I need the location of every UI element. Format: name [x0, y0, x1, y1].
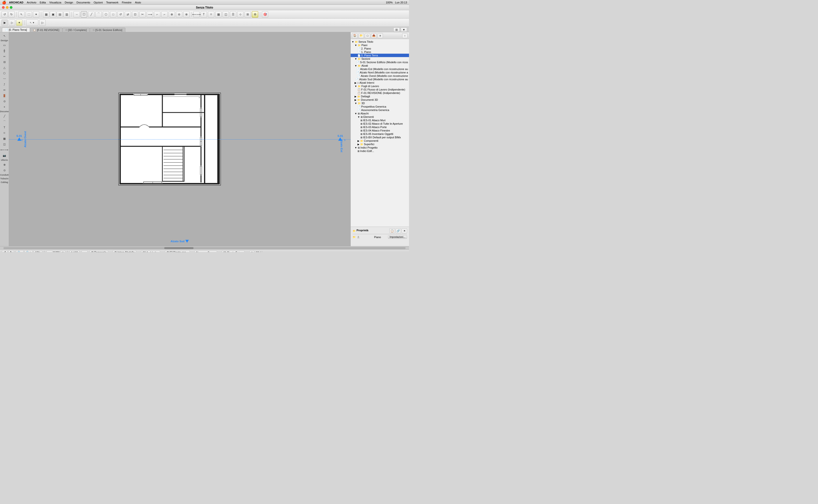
rp-folder-btn[interactable]: 📁 — [358, 33, 364, 38]
tb2-btn3[interactable]: ✦ — [16, 20, 22, 26]
intersect-btn[interactable]: ⊗ — [183, 11, 190, 18]
tree-item-componenti[interactable]: ▶ 📁 Componenti — [351, 139, 409, 142]
tree-item-indici-edif[interactable]: ⊞ Indici Edif... — [351, 149, 409, 153]
menu-archicad[interactable]: ARCHICAD — [9, 1, 23, 4]
lt-beam-tool[interactable]: ═ — [1, 54, 8, 59]
rp-rect-btn[interactable]: □ — [365, 33, 370, 38]
3d-btn[interactable]: 🎯 — [262, 11, 268, 18]
tree-item-piano2[interactable]: 📄 2. Piano — [351, 47, 409, 50]
menu-design[interactable]: Design — [65, 1, 73, 4]
tree-item-prosp-gen[interactable]: 📄 Prospettiva Generica — [351, 105, 409, 108]
tree-item-piano0[interactable]: 📄 0. Piano Terra — [351, 54, 409, 57]
trim-btn[interactable]: ✂ — [139, 11, 146, 18]
lt-arc-tool[interactable]: ⌒ — [1, 119, 8, 124]
scroll-track-horizontal[interactable] — [3, 247, 405, 249]
filter-btn[interactable]: ⚙ — [252, 11, 258, 18]
lt-object-tool[interactable]: ⌖ — [1, 104, 8, 110]
rotate-btn[interactable]: ↺ — [117, 11, 124, 18]
menu-aiuto[interactable]: Aiuto — [135, 1, 141, 4]
subtract-btn[interactable]: ⊖ — [176, 11, 182, 18]
tree-item-alzati[interactable]: ▼ 📁 Alzati — [351, 64, 409, 67]
props-link-btn[interactable]: 🔗 — [395, 228, 401, 233]
fill-btn[interactable]: ☐ — [81, 11, 87, 18]
offset-btn[interactable]: ⊡ — [132, 11, 138, 18]
menu-documento[interactable]: Documento — [76, 1, 90, 4]
horizontal-scrollbar[interactable] — [0, 246, 409, 250]
tab-revisione[interactable]: 📋 [F-01 REVISIONE] — [30, 28, 62, 32]
lt-stair-tool[interactable]: ⤴ — [1, 82, 8, 87]
tree-item-piano1[interactable]: 📄 1. Piano — [351, 50, 409, 54]
sb-arch-btn[interactable]: 03 Architett... — [141, 251, 160, 252]
props-close-btn[interactable]: ✕ — [402, 228, 407, 233]
canvas-area[interactable]: S-01 S-01 Alzato Ovest ‹ Alzato Est › — [9, 32, 350, 246]
marquee-tool[interactable]: ⬚ — [26, 11, 32, 18]
tree-item-3d[interactable]: ▼ 📁 3D — [351, 101, 409, 105]
tb2-select[interactable]: ↖ ▼ — [26, 20, 38, 26]
lt-wall-tool[interactable]: ▭ — [1, 42, 8, 48]
tree-item-ies03[interactable]: ⊞ IES-03 Abaco Porte — [351, 125, 409, 129]
redo-button[interactable]: ↻ — [8, 11, 15, 18]
view-btn-1[interactable]: ▦ — [43, 11, 49, 18]
undo-button[interactable]: ↺ — [1, 11, 8, 18]
lt-mesh-tool[interactable]: ⊕ — [1, 162, 8, 167]
tree-item-ies04[interactable]: ⊞ IES-04 Abaco Finestre — [351, 129, 409, 132]
tree-item-ies01[interactable]: ⊞ IES-01 Abaco Muri — [351, 119, 409, 122]
tree-item-indici-prog[interactable]: ▼ ⊞ Indici Progetto — [351, 146, 409, 149]
sb-zoom-in[interactable]: 🔍+ — [24, 250, 33, 252]
tree-item-ies05[interactable]: ⊞ IES-05 Inventario Oggetti — [351, 132, 409, 136]
props-copy-btn[interactable]: 📋 — [389, 228, 395, 233]
tb2-btn4[interactable]: ▷ — [39, 20, 46, 26]
tree-item-piani[interactable]: ▼ 📁 Piani — [351, 43, 409, 47]
sb-undo-btn[interactable]: ↺ — [2, 250, 8, 252]
lt-window-tool[interactable]: ⊙ — [1, 99, 8, 104]
tree-item-f01-flusso[interactable]: 📋 F-01 Flusso di Lavoro (Indipendente) — [351, 88, 409, 91]
tree-item-f01-rev[interactable]: 📋 F-01 REVISIONE (Indipendente) — [351, 91, 409, 95]
lt-door-tool[interactable]: 🚪 — [1, 93, 8, 98]
sb-doc-btn[interactable]: □ — [249, 251, 254, 252]
view-btn-2[interactable]: ▣ — [50, 11, 56, 18]
menu-visualizza[interactable]: Visualizza — [49, 1, 61, 4]
grid-btn[interactable]: ⊞ — [244, 11, 251, 18]
apple-menu[interactable]: 🍎 — [2, 0, 6, 4]
tab-menu-btn[interactable]: ▼ — [401, 28, 407, 32]
tree-item-senza-titolo[interactable]: ▼ 📁 Senza Titolo — [351, 40, 409, 43]
maximize-button[interactable] — [10, 6, 12, 9]
rp-menu-btn[interactable]: ≡ — [377, 33, 383, 38]
minimize-button[interactable] — [6, 6, 9, 9]
view-btn-4[interactable]: ▥ — [63, 11, 70, 18]
zone-btn[interactable]: ◫ — [222, 11, 229, 18]
lt-column-tool[interactable]: ╫ — [1, 48, 8, 53]
tree-item-asso-gen[interactable]: 📄 Assonometria Generica — [351, 108, 409, 112]
snap-btn[interactable]: ⊹ — [237, 11, 243, 18]
sb-redo-btn[interactable]: ↻ — [8, 250, 14, 252]
magic-wand-tool[interactable]: ✦ — [33, 11, 39, 18]
lt-shell-tool[interactable]: ⬡ — [1, 71, 8, 76]
pointer-tool[interactable]: → — [73, 11, 80, 18]
tree-item-alzato-nord[interactable]: 📄 Alzato Nord (Modello con ricostruzione… — [351, 71, 409, 74]
menu-teamwork[interactable]: Teamwork — [106, 1, 118, 4]
layer-btn[interactable]: ☰ — [230, 11, 236, 18]
lt-camera-tool[interactable]: 📷 — [1, 153, 8, 158]
tree-item-alzati-interni[interactable]: ▶ □ Alzati Interni — [351, 81, 409, 84]
tree-item-alzato-sud[interactable]: 📄 Alzato Sud (Modello con ricostruzione … — [351, 78, 409, 81]
extend-btn[interactable]: ⟶ — [147, 11, 153, 18]
view-btn-3[interactable]: ▤ — [57, 11, 63, 18]
menu-archivio[interactable]: Archivio — [27, 1, 36, 4]
dimension-btn[interactable]: ⟵⟶ — [193, 11, 200, 18]
lt-arrow-tool[interactable]: ↖ — [1, 33, 8, 39]
tree-item-fogli-lavoro[interactable]: ▼ 📁 Fogli di Lavoro — [351, 84, 409, 88]
tree-item-alzato-ovest[interactable]: 📄 Alzato Ovest (Modello con ricostruzion… — [351, 74, 409, 78]
lt-railing-tool[interactable]: ✏ — [1, 87, 8, 93]
tree-item-dettagli[interactable]: ▶ 📁 Dettagli — [351, 95, 409, 98]
poly-btn[interactable]: ⬡ — [103, 11, 109, 18]
lt-slab-tool[interactable]: ⊟ — [1, 59, 8, 65]
sb-scale-btn[interactable]: 1:100 — [70, 251, 80, 252]
rp-expand-btn[interactable]: › — [402, 33, 407, 38]
merge-btn[interactable]: ⊕ — [169, 11, 175, 18]
tree-item-doc3d[interactable]: ▶ 📁 Documenti 3D — [351, 98, 409, 101]
lt-morph-tool[interactable]: 〰 — [1, 76, 8, 81]
sb-model-btn[interactable]: ⊞ Intero Modello — [113, 250, 136, 252]
sb-layers-btn[interactable]: ⊞ Personale — [90, 250, 108, 252]
tree-item-ies02[interactable]: ⊞ IES-02 Abaco di Tutte le Aperture — [351, 122, 409, 125]
tab-3d[interactable]: □ [3D / Completo] — [62, 28, 90, 32]
